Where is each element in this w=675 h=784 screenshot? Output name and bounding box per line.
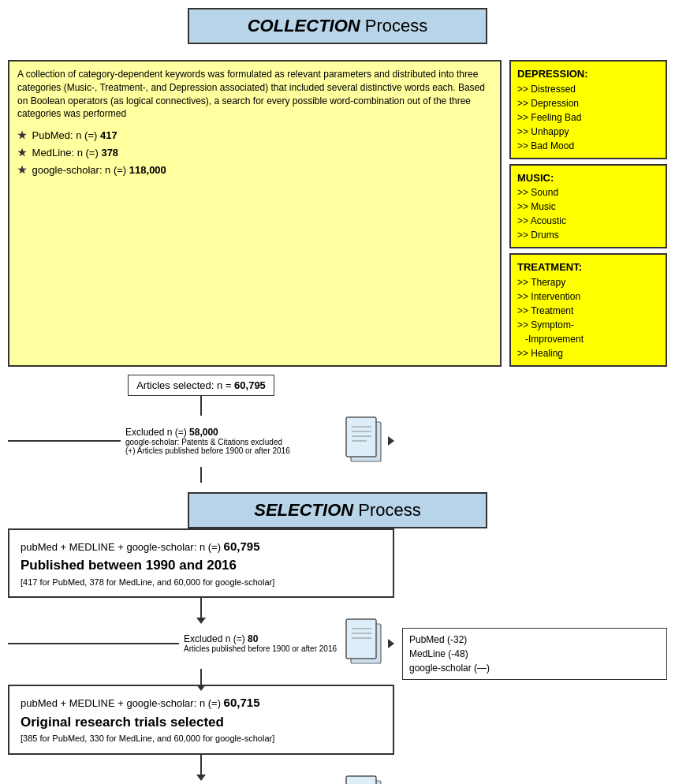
collection-bold: COLLECTION (248, 16, 360, 35)
v-line-2 (200, 467, 202, 483)
depression-title: DEPRESSION: (517, 66, 659, 82)
diagram: COLLECTION Process A collection of categ… (8, 8, 667, 784)
selection-regular: Process (353, 500, 421, 520)
v-arrow-2 (200, 598, 202, 618)
side-box-2: PubMed (-32) MedLine (-48) google-schola… (394, 618, 667, 680)
arrow-down-4 (196, 775, 206, 781)
depression-item-2: >> Depression (517, 96, 659, 110)
doc-icon-1 (345, 416, 388, 467)
sel-side-1 (394, 528, 667, 618)
sel-box2-num: 60,715 (224, 696, 260, 709)
svg-rect-4 (346, 417, 376, 457)
treatment-item-5: -Improvement (517, 332, 659, 346)
excl-flow-2: Excluded n (=) 80 Articles published bef… (8, 618, 394, 685)
articles-selected-box: Articles selected: n = 60,795 (128, 375, 274, 396)
sel-box1-line1: pubMed + MEDLINE + google-scholar: n (=)… (21, 538, 382, 556)
stat-googlescholar: ★ google-scholar: n (=) 118,000 (17, 162, 492, 179)
treatment-box: TREATMENT: >> Therapy >> Intervention >>… (509, 253, 667, 367)
treatment-item-3: >> Treatment (517, 304, 659, 318)
doc-icon-3 (345, 775, 388, 785)
excl1-label: Excluded n (=) 58,000 google-scholar: Pa… (121, 427, 341, 455)
excl1-num: 58,000 (189, 427, 218, 438)
sel-flow-1: pubMed + MEDLINE + google-scholar: n (=)… (8, 528, 394, 618)
collection-description: A collection of category-dependent keywo… (17, 68, 492, 121)
treatment-item-4: >> Symptom- (517, 318, 659, 332)
depression-item-1: >> Distressed (517, 82, 659, 96)
arrow-head-2 (388, 639, 394, 648)
excl-row-3-container: Excluded n (=) 60,303 NO Original Resear… (8, 775, 667, 785)
sel-box2-line1: pubMed + MEDLINE + google-scholar: n (=)… (21, 694, 382, 712)
excl-row-2-container: Excluded n (=) 80 Articles published bef… (8, 618, 667, 685)
arrow-down-3 (196, 685, 206, 691)
music-item-2: >> Music (517, 200, 659, 214)
excl1-sub2: (+) Articles published before 1900 or af… (125, 446, 290, 455)
music-item-1: >> Sound (517, 185, 659, 200)
treatment-item-6: >> Healing (517, 346, 659, 360)
side-spacer-2 (394, 685, 667, 775)
sel-section-2: pubMed + MEDLINE + google-scholar: n (=)… (8, 685, 667, 775)
side-excl2-item-2: MedLine (-48) (409, 647, 660, 661)
arrow-head-1 (388, 436, 394, 446)
collection-header: COLLECTION Process (188, 8, 487, 44)
svg-rect-19 (346, 776, 376, 785)
articles-flow: Articles selected: n = 60,795 Excluded n… (8, 375, 394, 483)
sel-box2-note: [385 for PubMed, 330 for MedLine, and 60… (21, 732, 382, 745)
sel-box1-note: [417 for PubMed, 378 for MedLine, and 60… (21, 576, 382, 589)
sel-box1-title: Published between 1990 and 2016 (21, 555, 382, 576)
sel-flow-2: pubMed + MEDLINE + google-scholar: n (=)… (8, 685, 394, 775)
articles-row-container: Articles selected: n = 60,795 Excluded n… (8, 375, 667, 483)
sel-box2-title: Original research trials selected (21, 712, 382, 733)
v-arrow-4 (200, 755, 202, 775)
top-area: A collection of category-dependent keywo… (8, 60, 667, 367)
depression-item-3: >> Feeling Bad (517, 110, 659, 125)
v-line-1 (200, 396, 202, 416)
excl2-text: Excluded n (=) 80 (184, 633, 337, 644)
v-arrow-3 (200, 669, 202, 685)
pubmed-num: 417 (100, 129, 117, 141)
side-box-3: PubMed (-287) MedLine (-259) google-scho… (394, 775, 667, 785)
treatment-title: TREATMENT: (517, 259, 659, 275)
excl2-num: 80 (248, 633, 258, 644)
sel-box-2: pubMed + MEDLINE + google-scholar: n (=)… (8, 685, 394, 755)
exclusion-1-row: Excluded n (=) 58,000 google-scholar: Pa… (8, 416, 394, 467)
side-excl2-box: PubMed (-32) MedLine (-48) google-schola… (402, 628, 667, 680)
articles-num: 60,795 (234, 379, 266, 391)
depression-box: DEPRESSION: >> Distressed >> Depression … (509, 60, 667, 159)
treatment-item-1: >> Therapy (517, 275, 659, 289)
googlescholar-num: 118,000 (129, 164, 166, 176)
arrow-down-2 (196, 618, 206, 624)
side-excl2-item-1: PubMed (-32) (409, 633, 660, 647)
excl1-text: Excluded n (=) 58,000 (125, 427, 218, 438)
collection-box: A collection of category-dependent keywo… (8, 60, 502, 367)
medline-num: 378 (101, 147, 118, 159)
depression-item-4: >> Unhappy (517, 125, 659, 139)
music-box: MUSIC: >> Sound >> Music >> Acoustic >> … (509, 164, 667, 249)
depression-item-5: >> Bad Mood (517, 139, 659, 153)
excl2-label: Excluded n (=) 80 Articles published bef… (179, 633, 341, 653)
music-item-3: >> Acoustic (517, 214, 659, 228)
excl2-sub: Articles published before 1900 or after … (184, 644, 337, 653)
sel-section-1: pubMed + MEDLINE + google-scholar: n (=)… (8, 528, 667, 618)
stat-medline: ★ MedLine: n (=) 378 (17, 144, 492, 162)
excl1-sub1: google-scholar: Patents & Citations excl… (125, 438, 282, 446)
selection-bold: SELECTION (254, 500, 353, 520)
collection-regular: Process (360, 16, 428, 35)
doc-icon-2 (345, 618, 388, 669)
collection-stats: ★ PubMed: n (=) 417 ★ MedLine: n (=) 378… (17, 127, 492, 179)
stat-pubmed: ★ PubMed: n (=) 417 (17, 127, 492, 144)
side-excl2-item-3: google-scholar (—) (409, 661, 660, 675)
treatment-item-2: >> Intervention (517, 289, 659, 304)
sel-box1-num: 60,795 (224, 539, 260, 553)
h-line-2 (8, 643, 179, 644)
music-title: MUSIC: (517, 170, 659, 186)
music-item-4: >> Drums (517, 228, 659, 242)
h-line-left (8, 440, 121, 442)
svg-rect-12 (346, 619, 376, 659)
excl2-row: Excluded n (=) 80 Articles published bef… (8, 618, 394, 669)
keyword-boxes: DEPRESSION: >> Distressed >> Depression … (509, 60, 667, 367)
sel-box-1: pubMed + MEDLINE + google-scholar: n (=)… (8, 528, 394, 599)
selection-header: SELECTION Process (188, 492, 487, 528)
selection-header-row: SELECTION Process (8, 483, 667, 528)
